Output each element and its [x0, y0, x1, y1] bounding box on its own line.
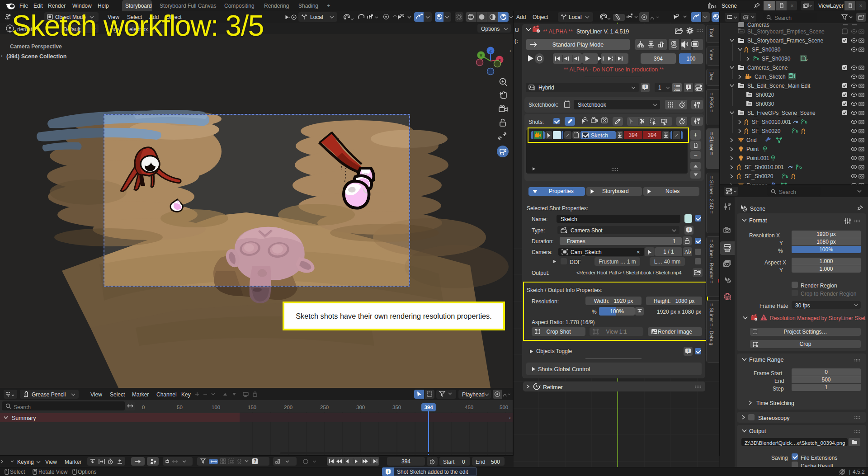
svg-text:Cam_Sketch: Cam_Sketch [755, 74, 786, 80]
svg-text:Cameras_Scene: Cameras_Scene [747, 65, 788, 71]
svg-text:Sh0030: Sh0030 [755, 101, 774, 107]
svg-text:Point: Point [746, 146, 759, 152]
svg-text:SF_Sh0020: SF_Sh0020 [745, 173, 774, 179]
svg-text:SF_Sh0030: SF_Sh0030 [752, 47, 781, 53]
svg-text:SF_Sh0020: SF_Sh0020 [752, 128, 781, 134]
svg-text:Y: Y [480, 53, 483, 58]
svg-text:Z: Z [489, 48, 492, 53]
svg-text:?: ? [254, 459, 256, 464]
svg-text:Grid: Grid [746, 137, 757, 143]
svg-text:Cameras: Cameras [747, 22, 769, 28]
svg-text:SF_Sh0030: SF_Sh0030 [762, 56, 791, 62]
svg-text:SL_FreeGPs_Scene_Scene: SL_FreeGPs_Scene_Scene [747, 110, 816, 116]
svg-text:Point.001: Point.001 [746, 155, 769, 161]
svg-text:SL_Storyboard_Frames_Scene: SL_Storyboard_Frames_Scene [747, 38, 823, 44]
svg-text:SF_Sh0010.001: SF_Sh0010.001 [752, 119, 791, 125]
svg-text:SL_Edit_Scene_Main Edit: SL_Edit_Scene_Main Edit [747, 83, 811, 89]
svg-text:SF_Sh0010.001: SF_Sh0010.001 [745, 164, 784, 170]
svg-text:1: 1 [674, 85, 676, 88]
svg-text:Suzanne: Suzanne [746, 182, 768, 184]
svg-text:Sh0020: Sh0020 [755, 92, 774, 98]
svg-text:2: 2 [674, 88, 676, 91]
svg-text:SL_Storyboard_Empties_Scene: SL_Storyboard_Empties_Scene [747, 28, 825, 35]
svg-text:2: 2 [806, 58, 808, 62]
